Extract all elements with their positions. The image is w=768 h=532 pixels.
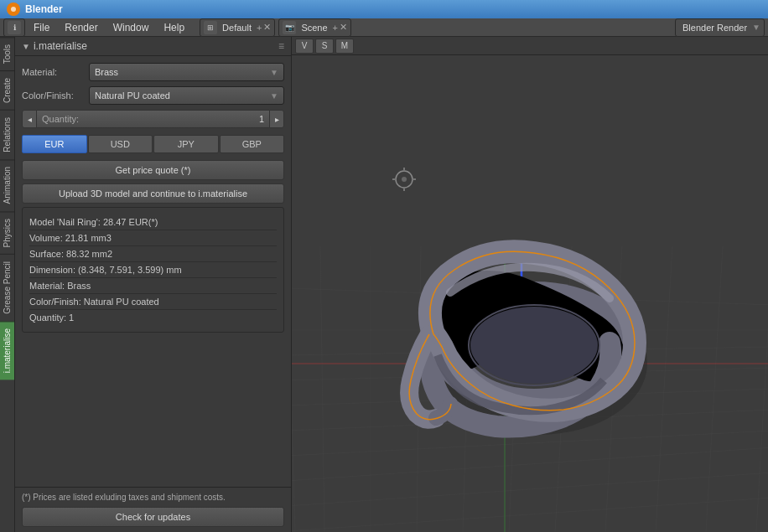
currency-btn-gbp[interactable]: GBP: [220, 135, 285, 153]
material-value: Brass: [95, 67, 118, 77]
svg-point-27: [402, 177, 407, 182]
info-model-name: Model 'Nail Ring': 28.47 EUR(*): [29, 214, 277, 230]
currency-usd-label: USD: [111, 139, 130, 149]
currency-jpy-label: JPY: [178, 139, 195, 149]
color-dropdown-arrow: ▼: [270, 91, 278, 101]
panel-header: ▼ i.materialise ≡: [15, 37, 291, 56]
panel-menu-icon[interactable]: ≡: [278, 40, 284, 52]
add-scene-icon[interactable]: +: [333, 23, 338, 33]
render-engine-label: Blender Render: [682, 23, 747, 33]
color-label: Color/Finish:: [22, 90, 89, 101]
vp-view-btn[interactable]: V: [295, 39, 314, 54]
panel-title: i.materialise: [34, 40, 87, 52]
app-title: Blender: [25, 3, 63, 15]
render-engine-segment[interactable]: Blender Render ▼: [675, 18, 765, 37]
sidepanel: ▼ i.materialise ≡ Material: Brass ▼ Colo…: [15, 37, 292, 532]
titlebar: Blender: [0, 0, 768, 18]
remove-scene-icon[interactable]: ✕: [340, 22, 347, 33]
scene-label: Scene: [301, 23, 327, 33]
quantity-label: Quantity:: [42, 114, 79, 124]
info-material: Material: Brass: [29, 278, 277, 294]
vtab-tools[interactable]: Tools: [0, 37, 14, 70]
currency-btn-usd[interactable]: USD: [88, 135, 153, 153]
info-panel: Model 'Nail Ring': 28.47 EUR(*) Volume: …: [22, 207, 284, 333]
info-surface: Surface: 88.32 mm2: [29, 246, 277, 262]
info-color: Color/Finish: Natural PU coated: [29, 294, 277, 310]
currency-gbp-label: GBP: [242, 139, 262, 149]
info-volume: Volume: 21.81 mm3: [29, 230, 277, 246]
layout-label: Default: [222, 23, 252, 33]
remove-screen-icon[interactable]: ✕: [263, 22, 271, 33]
quantity-field[interactable]: Quantity: 1: [37, 110, 269, 128]
currency-btn-jpy[interactable]: JPY: [153, 135, 219, 153]
currency-row: EUR USD JPY GBP: [22, 135, 284, 153]
vtab-grease-pencil[interactable]: Grease Pencil: [0, 254, 14, 321]
quantity-increase-btn[interactable]: ▸: [269, 110, 284, 128]
info-dimension: Dimension: (8.348, 7.591, 3.599) mm: [29, 262, 277, 278]
check-updates-btn[interactable]: Check for updates: [22, 507, 284, 527]
footnote-text: (*) Prices are listed exluding taxes and…: [22, 493, 284, 502]
material-row: Material: Brass ▼: [22, 63, 284, 81]
camera-icon: 📷: [283, 21, 296, 34]
menu-window[interactable]: Window: [106, 20, 156, 35]
info-segment: ℹ: [3, 18, 25, 37]
vtab-animation[interactable]: Animation: [0, 159, 14, 210]
vertical-tabs: Tools Create Relations Animation Physics…: [0, 37, 15, 532]
currency-btn-eur[interactable]: EUR: [22, 135, 87, 153]
panel-collapse-icon[interactable]: ▼: [22, 42, 30, 51]
svg-point-1: [11, 7, 16, 12]
menubar: ℹ File Render Window Help ⊞ Default + ✕ …: [0, 18, 768, 37]
vtab-imaterialise[interactable]: i.materialise: [0, 321, 14, 380]
main-area: Tools Create Relations Animation Physics…: [0, 37, 768, 532]
menu-render[interactable]: Render: [58, 20, 104, 35]
color-row: Color/Finish: Natural PU coated ▼: [22, 86, 284, 105]
vp-mesh-btn[interactable]: M: [335, 39, 354, 54]
color-dropdown[interactable]: Natural PU coated ▼: [89, 86, 284, 105]
vp-select-btn[interactable]: S: [315, 39, 334, 54]
blender-logo-icon: [7, 3, 20, 16]
vtab-physics[interactable]: Physics: [0, 211, 14, 254]
scene-segment[interactable]: 📷 Scene + ✕: [278, 18, 351, 37]
material-dropdown-arrow: ▼: [270, 68, 278, 77]
panel-footer: (*) Prices are listed exluding taxes and…: [15, 487, 291, 532]
currency-eur-label: EUR: [44, 139, 64, 149]
menu-help[interactable]: Help: [157, 20, 191, 35]
viewport-3d-scene: [292, 37, 768, 532]
layout-segment[interactable]: ⊞ Default + ✕: [200, 18, 275, 37]
menu-file[interactable]: File: [27, 20, 56, 35]
viewport-header: V S M: [292, 37, 768, 55]
info-icon: ℹ: [8, 21, 21, 34]
upload-btn[interactable]: Upload 3D model and continue to i.materi…: [22, 183, 284, 204]
svg-point-50: [470, 307, 598, 384]
render-engine-arrow: ▼: [752, 23, 760, 32]
viewport[interactable]: V S M: [292, 37, 768, 532]
material-dropdown[interactable]: Brass ▼: [89, 63, 284, 81]
quantity-decrease-btn[interactable]: ◂: [22, 110, 37, 128]
vtab-relations[interactable]: Relations: [0, 110, 14, 159]
panel-content: Material: Brass ▼ Color/Finish: Natural …: [15, 56, 291, 487]
get-price-quote-btn[interactable]: Get price quote (*): [22, 160, 284, 180]
add-screen-icon[interactable]: +: [257, 23, 262, 33]
material-label: Material:: [22, 67, 89, 77]
screen-icon: ⊞: [204, 21, 217, 34]
nail-ring-model: [409, 251, 647, 435]
quantity-row: ◂ Quantity: 1 ▸: [22, 110, 284, 128]
vtab-create[interactable]: Create: [0, 70, 14, 110]
color-value: Natural PU coated: [95, 90, 170, 101]
info-quantity: Quantity: 1: [29, 310, 277, 325]
quantity-value: 1: [259, 114, 264, 124]
